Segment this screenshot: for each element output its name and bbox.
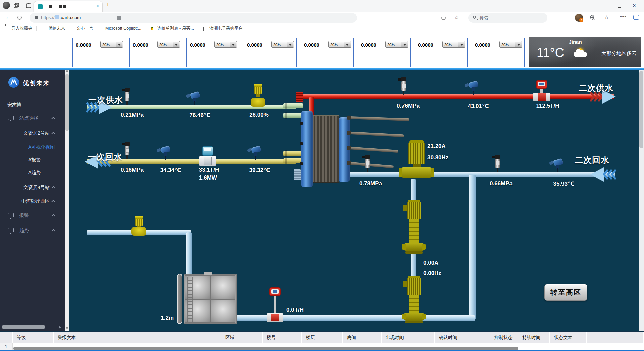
header-confirm-time[interactable]: 确认时间 (435, 332, 490, 343)
chevron-down-icon (401, 42, 408, 47)
sidebar-item-site-select[interactable]: 站点选择 (0, 114, 65, 124)
favorites-bar-icon[interactable]: ☆ (604, 14, 609, 20)
gauge-value-input[interactable]: 0.0000 (304, 42, 319, 48)
pressure-sensor-icon (360, 155, 371, 172)
bookmark-inquiry[interactable]: Y 询价单列表 - 易买... (151, 25, 194, 31)
weather-widget: Jinan 11°C 大部分地区多云 (529, 37, 641, 67)
interval-dropdown[interactable]: 20秒 (157, 41, 180, 48)
secondary-return-temperature: 35.93℃ (553, 180, 574, 187)
monitor-icon (8, 213, 14, 217)
header-room[interactable]: 房间 (343, 332, 382, 343)
window-maximize-button[interactable] (614, 1, 624, 10)
window-close-button[interactable]: × (629, 1, 639, 10)
sidebar-item-zhonghai[interactable]: 中海熙岸西区 (0, 197, 65, 207)
interval-dropdown[interactable]: 20秒 (271, 41, 294, 48)
gauge-box: 0.0000 20秒 (244, 38, 297, 67)
interval-dropdown[interactable]: 20秒 (214, 41, 237, 48)
brand-logo: 优创未来 (8, 77, 62, 89)
main-area: 优创未来 安杰博 站点选择 文贤居2号站 A可视化视图 A报警 A趋势 (0, 68, 644, 331)
sidebar-item-station4[interactable]: 文贤居4号站 (0, 183, 65, 193)
gauge-value-input[interactable]: 0.0000 (76, 42, 91, 48)
interval-dropdown[interactable]: 20秒 (442, 41, 465, 48)
gauge-value-input[interactable]: 0.0000 (418, 42, 433, 48)
gauge-box: 0.0000 20秒 (186, 38, 239, 67)
header-building[interactable]: 楼号 (263, 332, 302, 343)
interval-dropdown[interactable]: 20秒 (385, 41, 408, 48)
new-tab-button[interactable]: + (106, 1, 110, 9)
chevron-up-icon (51, 132, 55, 135)
sidebar-item-visual-view[interactable]: A可视化视图 (0, 143, 65, 153)
primary-supply-title: 一次供水 (88, 94, 123, 105)
document-icon (203, 26, 207, 31)
scroll-down-icon[interactable] (66, 327, 68, 329)
pump-current: 21.20A (427, 143, 446, 150)
workspaces-icon[interactable] (13, 3, 19, 9)
sidebar-scrollbar[interactable] (65, 68, 69, 331)
account-avatar[interactable]: 7 (575, 14, 583, 22)
page-scrollbar-thumb[interactable] (639, 71, 643, 148)
header-suppress-state[interactable]: 抑制状态 (490, 332, 518, 343)
sidebar-item-a-trend[interactable]: A趋势 (0, 168, 65, 179)
bookmark-youchuang[interactable]: 优创未来 (42, 25, 65, 31)
address-bar[interactable]: https://.uarto.com (30, 13, 357, 23)
booster-frequency: 0.00Hz (423, 270, 441, 277)
bookmark-langchao[interactable]: 浪潮电子采购平台 (203, 25, 243, 31)
translate-icon[interactable] (590, 15, 595, 20)
bookmark-star-icon[interactable]: ☆ (454, 14, 459, 21)
interval-dropdown[interactable]: 20秒 (100, 41, 123, 48)
heat-exchanger-front-plate (301, 111, 313, 187)
header-level[interactable]: 等级 (13, 332, 54, 343)
back-icon[interactable]: ← (5, 14, 11, 21)
header-floor[interactable]: 楼层 (302, 332, 343, 343)
tie-rod (348, 132, 404, 137)
table-hscrollbar[interactable] (13, 347, 518, 350)
gauge-value-input[interactable]: 0.0000 (247, 42, 262, 48)
folder-icon (5, 26, 9, 31)
header-alarm-text[interactable]: 警报文本 (54, 332, 221, 343)
exchanger-outlet-stub (283, 151, 303, 156)
window-minimize-button[interactable] (599, 1, 609, 10)
search-box[interactable]: 搜索 (468, 13, 547, 23)
interval-dropdown[interactable]: 20秒 (328, 41, 351, 48)
sidebar-item-station2[interactable]: 文贤居2号站 (0, 129, 65, 139)
scroll-right-icon[interactable] (59, 326, 61, 329)
tab-actions-icon[interactable] (26, 3, 32, 9)
page-scrollbar[interactable] (639, 68, 644, 331)
gauge-value-input[interactable]: 0.0000 (190, 42, 205, 48)
notification-badge: 7 (579, 18, 583, 22)
browser-menu-icon[interactable]: ••• (620, 14, 627, 20)
sidebar-item-alarm[interactable]: 报警 (0, 211, 65, 221)
scrollbar-thumb[interactable] (65, 74, 69, 131)
gauge-box: 0.0000 20秒 (129, 38, 182, 67)
header-occur-time[interactable]: 出现时间 (382, 332, 435, 343)
tank-level: 1.2m (157, 315, 174, 321)
chevron-down-icon (230, 42, 236, 47)
sidebar-item-a-alarm[interactable]: A报警 (0, 156, 65, 166)
gauge-value-input[interactable]: 0.0000 (361, 42, 376, 48)
refresh-icon[interactable] (17, 15, 22, 21)
primary-return-title: 一次回水 (88, 151, 122, 162)
split-screen-icon[interactable] (633, 15, 639, 20)
gauge-value-input[interactable]: 0.0000 (475, 42, 490, 48)
sync-icon[interactable] (441, 15, 446, 22)
tab-close-icon[interactable]: × (96, 3, 99, 9)
sidebar-item-trend[interactable]: 趋势 (0, 226, 65, 236)
secondary-supply-title: 二次供水 (579, 83, 613, 94)
interval-dropdown[interactable]: 20秒 (499, 41, 522, 48)
header-status-text[interactable]: 状态文本 (550, 332, 587, 343)
active-tab[interactable]: × (34, 1, 103, 12)
chevron-up-icon (51, 200, 55, 203)
bookmark-import[interactable]: 导入收藏夹 (5, 25, 33, 31)
youchuang-logo-icon (8, 77, 19, 88)
bookmark-copilot[interactable]: Microsoft Copilot:... (99, 25, 141, 31)
gauge-value-input[interactable]: 0.0000 (133, 42, 148, 48)
browser-profile-avatar[interactable] (3, 2, 10, 9)
exchanger-inlet-stub (283, 113, 303, 118)
goto-high-zone-button[interactable]: 转至高区 (544, 284, 587, 301)
tank-level-gauge (177, 274, 182, 324)
bookmark-wenxin[interactable]: 文心一言 (70, 25, 93, 31)
sidebar-hscrollbar-thumb[interactable] (2, 325, 45, 329)
header-area[interactable]: 区域 (221, 332, 263, 343)
header-duration[interactable]: 持续时间 (518, 332, 550, 343)
temperature-sensor-icon (247, 146, 262, 160)
